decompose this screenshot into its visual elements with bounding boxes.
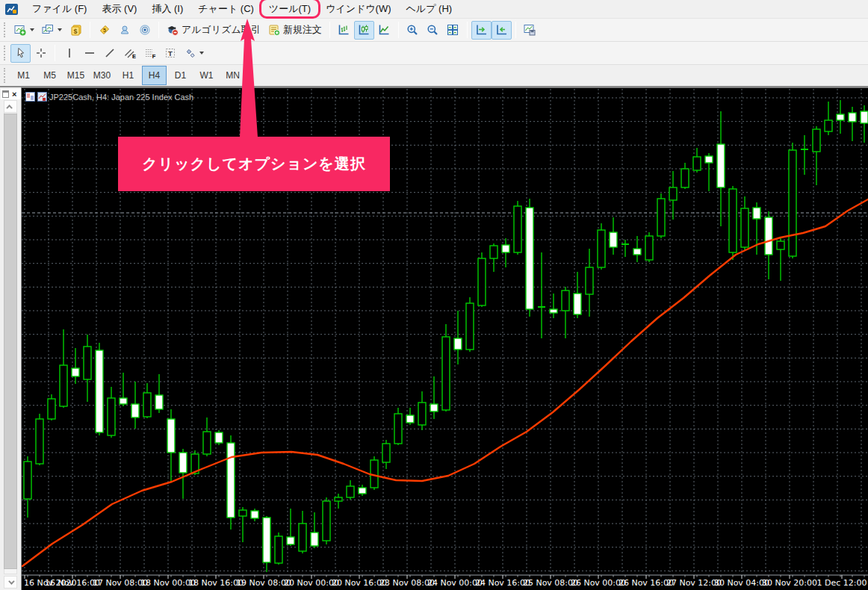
chart-shift-icon: [495, 24, 507, 36]
candle-body: [108, 398, 115, 435]
zoom-in-button[interactable]: [403, 21, 423, 40]
virtual-hosting-button[interactable]: [114, 21, 134, 40]
panel-tab[interactable]: ×: [1, 89, 21, 99]
timeframe-MN[interactable]: MN: [220, 66, 245, 85]
toolbar-separator: [467, 22, 468, 38]
vertical-line-button[interactable]: [59, 44, 79, 63]
app-icon: [5, 4, 18, 15]
cursor-button[interactable]: [10, 44, 31, 63]
trendline-icon: [104, 47, 116, 59]
equidistant-channel-button[interactable]: E: [120, 44, 140, 63]
scrollbar-thumb[interactable]: [4, 114, 17, 569]
toolbar-grip[interactable]: [4, 68, 7, 83]
svg-text:F: F: [152, 53, 155, 60]
candle-body: [251, 511, 258, 518]
zoom-out-button[interactable]: [423, 21, 443, 40]
candle-body: [741, 208, 748, 247]
fibonacci-button[interactable]: F: [140, 44, 160, 63]
algo-trading-button[interactable]: アルゴリズム取引: [163, 21, 264, 40]
market-watch-button[interactable]: $: [66, 21, 86, 40]
indicators-template-button[interactable]: [520, 21, 540, 40]
candle-body: [753, 208, 760, 219]
menu-item-file[interactable]: ファイル (F): [25, 0, 94, 18]
timeframe-D1[interactable]: D1: [168, 66, 193, 85]
timeframe-M15[interactable]: M15: [63, 66, 88, 85]
zoom-in-icon: [406, 24, 418, 36]
timeframe-M30[interactable]: M30: [90, 66, 114, 85]
chevron-down-icon[interactable]: [199, 52, 204, 55]
equidistant-channel-icon: E: [124, 47, 136, 59]
candle-body: [765, 217, 772, 255]
candle-body: [466, 303, 474, 350]
candle-body: [562, 291, 569, 311]
candle-body: [215, 432, 223, 443]
signals-button[interactable]: [134, 21, 155, 40]
panel-close-icon[interactable]: ×: [12, 90, 16, 98]
chart-title: JP225Cash, H4: Japan 225 Index Cash: [25, 92, 193, 102]
candlestick-chart-icon: [358, 24, 370, 36]
menu-item-window[interactable]: ウインドウ(W): [318, 0, 398, 18]
auto-scroll-button[interactable]: [471, 21, 492, 40]
menu-item-help[interactable]: ヘルプ (H): [399, 0, 460, 18]
horizontal-line-button[interactable]: [79, 44, 99, 63]
timeframe-H4[interactable]: H4: [142, 66, 167, 85]
candle-body: [454, 338, 462, 350]
candle-body: [610, 232, 617, 247]
chart-title-text: JP225Cash, H4: Japan 225 Index Cash: [49, 93, 193, 102]
candle-body: [155, 395, 163, 409]
chart-profiles-button[interactable]: [38, 21, 66, 40]
chevron-down-icon[interactable]: [58, 28, 62, 31]
new-order-button[interactable]: 新規注文: [264, 21, 326, 40]
candle-body: [60, 365, 67, 406]
horizontal-line-icon: [84, 47, 96, 59]
candle-body: [418, 403, 426, 425]
candle-body: [406, 415, 414, 423]
new-chart-button[interactable]: [10, 21, 38, 40]
text-label-button[interactable]: T: [160, 44, 180, 63]
toolbar-grip[interactable]: [4, 46, 7, 60]
svg-text:E: E: [131, 53, 135, 60]
depth-of-market-icon[interactable]: [25, 92, 35, 102]
candle-body: [311, 532, 318, 546]
toolbar-separator: [329, 22, 330, 38]
quotes-button[interactable]: 5: [94, 21, 114, 40]
menu-item-chart[interactable]: チャート (C): [190, 0, 261, 18]
candle-body: [84, 347, 91, 379]
toolbar-main: $5アルゴリズム取引新規注文: [0, 19, 868, 42]
timeframe-H1[interactable]: H1: [116, 66, 140, 85]
annotation-callout-text: クリックしてオプションを選択: [142, 154, 366, 174]
candle-body: [645, 236, 653, 260]
bar-chart-button[interactable]: [334, 21, 354, 40]
fibonacci-icon: F: [144, 47, 156, 59]
chevron-down-icon[interactable]: [30, 28, 34, 31]
menu-bar: ファイル (F)表示 (V)挿入 (I)チャート (C)ツール(T)ウインドウ(…: [0, 0, 868, 19]
candle-body: [813, 129, 820, 152]
candle-body: [143, 393, 151, 417]
menu-item-insert[interactable]: 挿入 (I): [144, 0, 190, 18]
candle-body: [490, 246, 497, 258]
candlestick-chart-button[interactable]: [354, 21, 374, 40]
scroll-down-button[interactable]: [4, 576, 17, 589]
new-chart-icon: [14, 24, 26, 36]
candle-body: [382, 444, 390, 462]
chart-shift-button[interactable]: [492, 21, 512, 40]
timeframe-M5[interactable]: M5: [37, 66, 62, 85]
menu-item-view[interactable]: 表示 (V): [94, 0, 144, 18]
market-watch-icon: $: [70, 24, 82, 36]
crosshair-button[interactable]: [31, 44, 51, 63]
toolbar-grip[interactable]: [4, 22, 7, 37]
candle-body: [287, 537, 294, 544]
tile-windows-button[interactable]: [443, 21, 463, 40]
candle-body: [777, 241, 784, 249]
line-chart-button[interactable]: [374, 21, 394, 40]
candle-body: [681, 169, 689, 187]
trendline-button[interactable]: [99, 44, 120, 63]
timeframe-W1[interactable]: W1: [194, 66, 219, 85]
shapes-button[interactable]: [180, 44, 208, 63]
menu-item-tools[interactable]: ツール(T): [261, 0, 318, 18]
timeframe-M1[interactable]: M1: [11, 66, 36, 85]
candle-body: [24, 462, 31, 499]
chart-window-icon[interactable]: [37, 92, 47, 102]
candle-body: [502, 245, 509, 252]
scroll-up-button[interactable]: [4, 100, 17, 113]
